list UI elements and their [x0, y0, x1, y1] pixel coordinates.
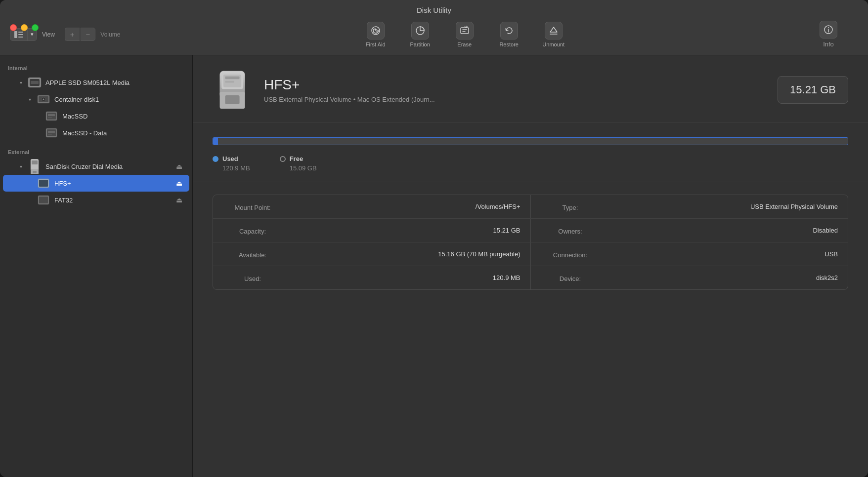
svg-point-25: [43, 99, 44, 100]
disclosure-triangle: ▾: [27, 96, 33, 102]
storage-labels: Used 120.9 MB Free 15.09 GB: [213, 155, 848, 172]
sidebar-item-macssd-data[interactable]: MacSSD - Data: [3, 124, 189, 141]
svg-rect-21: [31, 81, 39, 84]
disk-info: HFS+ USB External Physical Volume • Mac …: [264, 77, 766, 103]
svg-rect-44: [225, 95, 239, 104]
svg-rect-48: [225, 81, 234, 83]
info-cell-used-label: Used: 120.9 MB: [213, 266, 531, 289]
volume-label: Volume: [100, 31, 120, 38]
info-row-2: Available: 15.16 GB (70 MB purgeable) Co…: [213, 242, 848, 266]
svg-marker-14: [550, 27, 557, 32]
partition-icon: [411, 22, 429, 40]
container-icon: [37, 93, 50, 105]
sidebar-item-sandisk[interactable]: ▾ SanDisk Cruzer Dial Media ⏏: [3, 158, 189, 175]
container-name: Container disk1: [54, 96, 183, 103]
svg-rect-33: [48, 134, 52, 135]
svg-rect-11: [461, 28, 469, 34]
unmount-icon: [545, 22, 563, 40]
first-aid-label: First Aid: [366, 41, 386, 47]
maximize-button[interactable]: [32, 24, 39, 31]
titlebar: Disk Utility ▾ View: [0, 0, 868, 55]
info-cell-capacity-label: Capacity: 15.21 GB: [213, 219, 531, 242]
sidebar-item-fat32[interactable]: FAT32 ⏏: [3, 192, 189, 208]
info-grid: Mount Point: /Volumes/HFS+ Type: USB Ext…: [213, 195, 848, 290]
traffic-lights: [10, 24, 39, 31]
sidebar-item-hfsplus[interactable]: HFS+ ⏏: [3, 175, 189, 192]
svg-rect-28: [48, 114, 55, 116]
detail-pane: HFS+ USB External Physical Volume • Mac …: [193, 55, 868, 477]
disk-icon-large: [213, 70, 252, 110]
device-value: disk2s2: [600, 274, 838, 281]
minimize-button[interactable]: [21, 24, 28, 31]
add-volume-button[interactable]: +: [65, 28, 80, 41]
first-aid-icon: [367, 22, 385, 40]
svg-rect-3: [18, 37, 23, 38]
macssd-data-icon: [44, 127, 58, 139]
view-label: View: [42, 31, 55, 38]
info-button[interactable]: [820, 21, 837, 39]
info-toolbar-item[interactable]: Info: [799, 21, 858, 48]
macssd-icon: [44, 110, 58, 122]
svg-rect-41: [39, 197, 48, 203]
free-value: 15.09 GB: [290, 164, 317, 172]
hfsplus-icon: [37, 177, 50, 189]
close-button[interactable]: [10, 24, 17, 31]
sidebar-item-macssd[interactable]: MacSSD: [3, 108, 189, 124]
svg-rect-36: [33, 171, 37, 173]
type-label: Type:: [541, 204, 600, 211]
available-value: 15.16 GB (70 MB purgeable): [282, 250, 521, 258]
info-label: Info: [799, 40, 858, 48]
free-header: Free: [280, 155, 317, 162]
used-storage-label: Used 120.9 MB: [213, 155, 250, 172]
remove-volume-button[interactable]: −: [81, 28, 96, 41]
used-value: 120.9 MB: [222, 164, 250, 172]
storage-bar: [213, 137, 848, 145]
storage-bar-fill: [213, 138, 218, 145]
info-icon: [824, 25, 833, 35]
hfsplus-eject-button[interactable]: ⏏: [175, 178, 183, 188]
sandisk-icon: [28, 160, 42, 172]
sandisk-eject-button[interactable]: ⏏: [175, 161, 183, 171]
erase-toolbar-item[interactable]: Erase: [450, 22, 479, 47]
sandisk-name: SanDisk Cruzer Dial Media: [45, 163, 171, 170]
used-header: Used: [213, 155, 250, 162]
disk-header: HFS+ USB External Physical Volume • Mac …: [193, 55, 868, 122]
sidebar: Internal ▾ APPLE SSD SM0512L Media ▾: [0, 55, 193, 477]
internal-section-label: Internal: [0, 63, 192, 74]
used-value-detail: 120.9 MB: [282, 274, 521, 281]
svg-rect-47: [225, 77, 239, 79]
used-label-detail: Used:: [223, 275, 282, 282]
erase-label: Erase: [457, 41, 472, 47]
info-cell-mount-label: Mount Point: /Volumes/HFS+: [213, 195, 531, 218]
free-title: Free: [290, 155, 303, 162]
disk-subtitle: USB External Physical Volume • Mac OS Ex…: [264, 96, 766, 103]
window-title: Disk Utility: [417, 6, 451, 14]
svg-rect-1: [18, 32, 23, 33]
svg-rect-2: [18, 34, 23, 35]
sidebar-item-apple-ssd[interactable]: ▾ APPLE SSD SM0512L Media: [3, 74, 189, 91]
disk-name: HFS+: [264, 77, 766, 93]
info-row-1: Capacity: 15.21 GB Owners: Disabled: [213, 219, 848, 242]
info-cell-owners-label: Owners: Disabled: [531, 219, 848, 242]
restore-toolbar-item[interactable]: Restore: [494, 22, 524, 47]
used-title: Used: [222, 155, 238, 162]
capacity-label: Capacity:: [223, 228, 282, 235]
fat32-icon: [37, 194, 50, 206]
partition-toolbar-item[interactable]: Partition: [405, 22, 435, 47]
first-aid-toolbar-item[interactable]: First Aid: [361, 22, 391, 47]
info-row-3: Used: 120.9 MB Device: disk2s2: [213, 266, 848, 289]
main-content: Internal ▾ APPLE SSD SM0512L Media ▾: [0, 55, 868, 477]
sidebar-item-container[interactable]: ▾ Container disk1: [3, 91, 189, 108]
free-storage-label: Free 15.09 GB: [280, 155, 317, 172]
macssd-data-name: MacSSD - Data: [62, 129, 183, 137]
mount-value: /Volumes/HFS+: [282, 203, 521, 210]
fat32-eject-button[interactable]: ⏏: [175, 195, 183, 205]
info-cell-device-label: Device: disk2s2: [531, 266, 848, 289]
svg-rect-37: [32, 160, 38, 164]
info-row-0: Mount Point: /Volumes/HFS+ Type: USB Ext…: [213, 195, 848, 219]
erase-icon: [456, 22, 474, 40]
type-value: USB External Physical Volume: [600, 203, 838, 210]
svg-rect-29: [48, 117, 52, 118]
info-cell-connection-label: Connection: USB: [531, 242, 848, 266]
unmount-toolbar-item[interactable]: Unmount: [539, 22, 568, 47]
